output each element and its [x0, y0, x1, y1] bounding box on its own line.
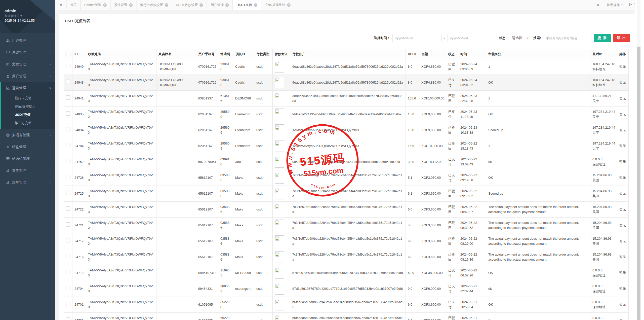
cell-voucher [273, 154, 290, 170]
sort-icon[interactable]: ▲▼ [442, 53, 444, 56]
tab-首页[interactable]: 首页 [66, 0, 80, 10]
cell-phone: 61051095 [196, 297, 218, 313]
row-checkbox[interactable] [66, 270, 70, 274]
select-all-checkbox[interactable] [66, 52, 70, 56]
tab-用户管理[interactable]: 用户管理× [207, 0, 233, 10]
row-checkbox[interactable] [66, 302, 70, 306]
column-header: USDT [406, 49, 419, 59]
cell-amount: XOF3,600.00 [419, 233, 446, 249]
row-checkbox[interactable] [66, 206, 70, 211]
sidebar-item[interactable]: 文章管理‹ [1, 58, 55, 70]
sidebar-item[interactable]: 多语言管理‹ [1, 129, 55, 141]
column-header[interactable]: 金额▲▼ [419, 49, 446, 59]
tab-close-icon[interactable]: × [287, 3, 291, 7]
row-checkbox[interactable] [66, 127, 70, 131]
sidebar-item[interactable]: 站内信管理‹ [1, 153, 55, 165]
tab-close-icon[interactable]: × [103, 3, 107, 7]
status-select[interactable]: 请选择 ∨ [509, 34, 531, 42]
tab-银行卡收款设置[interactable]: 银行卡收款设置× [136, 0, 172, 10]
row-checkbox[interactable] [66, 95, 70, 100]
payment-voucher-thumbnail[interactable] [275, 109, 284, 120]
cell-paytype: usdt [254, 249, 273, 265]
column-header: 审核备注 [486, 49, 590, 59]
payment-voucher-thumbnail[interactable] [275, 93, 284, 104]
payment-voucher-thumbnail[interactable] [275, 204, 284, 215]
export-button[interactable]: 导 出 [613, 34, 630, 42]
chevron-left-icon: ‹ [50, 181, 51, 184]
row-checkbox[interactable] [66, 175, 70, 179]
row-checkbox[interactable] [66, 64, 70, 68]
tab-close-icon[interactable]: × [165, 3, 168, 7]
row-checkbox[interactable] [66, 238, 70, 242]
row-checkbox[interactable] [66, 143, 70, 147]
sidebar-subitem[interactable]: 充值/提现统计 [1, 102, 55, 111]
row-checkbox[interactable] [66, 111, 70, 116]
sidebar-item[interactable]: 注单管理‹ [1, 176, 55, 188]
sidebar-item[interactable]: 运营管理∨ [1, 82, 55, 94]
cell-id: 24725 [72, 186, 86, 202]
row-checkbox[interactable] [66, 317, 70, 320]
table-row: 24700TAMVW5AfyoA3nT3QzkifVRFUrDWFQy79VX6… [64, 313, 629, 320]
tabs-scroll-right-icon[interactable]: » [592, 2, 603, 8]
tab-USDT充值[interactable]: USDT充值× [233, 0, 261, 10]
cell-payaccount: 7c3f1e57de9f0bea2284bd79ed78cb4f25f44c3d… [290, 249, 406, 265]
payment-voucher-thumbnail[interactable] [275, 220, 284, 231]
cell-account: TAMVW5AfyoA3nT3QzkifVRFUrDWFQy79VX [86, 91, 156, 106]
scrollbar-thumb[interactable] [637, 47, 640, 320]
user-role[interactable]: 超级管理员 ▾ [5, 14, 55, 18]
cell-id: 24712 [72, 265, 86, 281]
row-checkbox[interactable] [66, 159, 70, 163]
row-checkbox[interactable] [66, 286, 70, 290]
cell-phone: 65612107 [196, 202, 218, 218]
payment-voucher-thumbnail[interactable] [275, 315, 284, 320]
cell-id: 24835 [72, 106, 86, 122]
payment-voucher-thumbnail[interactable] [275, 251, 284, 263]
cell-paytype: usdt [254, 59, 273, 75]
payment-voucher-thumbnail[interactable] [275, 61, 284, 73]
tab-close-icon[interactable]: × [129, 3, 133, 7]
sidebar-subitem[interactable]: 银行卡充值 [1, 94, 55, 102]
cell-invite: 613616 [218, 91, 233, 106]
cell-paytype: usdt [254, 233, 273, 249]
payment-voucher-thumbnail[interactable] [275, 188, 284, 199]
tab-USDT收款设置[interactable]: USDT收款设置× [172, 0, 207, 10]
payment-voucher-thumbnail[interactable] [275, 283, 284, 295]
payment-voucher-thumbnail[interactable] [275, 235, 284, 247]
tab-充值/提现统计[interactable]: 充值/提现统计× [261, 0, 295, 10]
sidebar-item[interactable]: 用户管理‹ [1, 35, 55, 47]
sort-icon[interactable]: ▲▼ [482, 53, 484, 56]
search-input[interactable] [543, 34, 591, 42]
column-header[interactable]: 时间▲▼ [458, 49, 486, 59]
cell-time: 2024-06-23 10:38:38 [458, 122, 486, 138]
tab-close-icon[interactable]: × [225, 3, 229, 7]
tab-系统设置[interactable]: 系统设置× [110, 0, 136, 10]
tab-Banner管理[interactable]: Banner管理× [80, 0, 110, 10]
sidebar-item[interactable]: 赛事管理‹ [1, 165, 55, 176]
row-checkbox[interactable] [66, 254, 70, 258]
sidebar-item[interactable]: 系统管理‹ [1, 47, 55, 58]
cell-id: 24949 [72, 59, 86, 75]
payment-voucher-thumbnail[interactable] [275, 124, 284, 136]
payment-voucher-thumbnail[interactable] [275, 267, 284, 279]
sidebar-subitem[interactable]: 第三方充值 [1, 119, 55, 127]
date-from-input[interactable] [392, 34, 442, 42]
tab-close-icon[interactable]: × [254, 3, 257, 7]
date-to-input[interactable] [448, 34, 497, 42]
payment-voucher-thumbnail[interactable] [275, 156, 284, 168]
cell-topid: - [233, 313, 254, 320]
tabs-scroll-left-icon[interactable]: « [55, 0, 66, 10]
row-checkbox[interactable] [66, 191, 70, 195]
common-actions-button[interactable]: 常用操作 ▾ [603, 0, 626, 10]
payment-voucher-thumbnail[interactable] [275, 172, 284, 184]
search-button[interactable]: 搜 索 [594, 34, 611, 42]
sidebar-item[interactable]: ¥转盘管理‹ [1, 141, 55, 153]
row-checkbox[interactable] [66, 80, 70, 84]
payment-voucher-thumbnail[interactable] [275, 299, 284, 310]
payment-voucher-thumbnail[interactable] [275, 140, 284, 152]
tab-close-icon[interactable]: × [199, 3, 203, 7]
sidebar-subitem[interactable]: USDT充值 [1, 111, 55, 119]
column-header: ID [72, 49, 86, 59]
payment-voucher-thumbnail[interactable] [275, 77, 284, 88]
row-checkbox[interactable] [66, 222, 70, 227]
sidebar-item[interactable]: 用户管理‹ [1, 70, 55, 82]
